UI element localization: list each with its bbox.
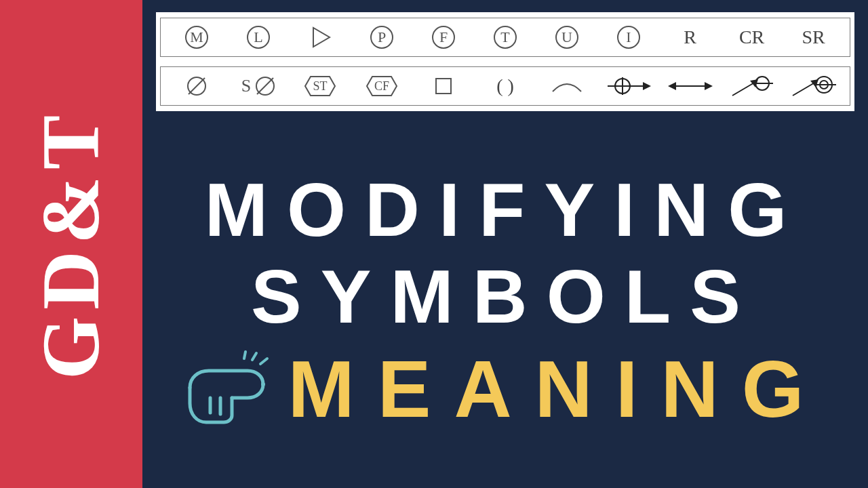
svg-text:CF: CF (374, 79, 389, 93)
leader-concentric-icon (783, 73, 844, 100)
svg-line-44 (244, 352, 245, 359)
main-panel: MLPFTUIRCRSR SSTCF( ) MODIFYING SYMBOLS (142, 0, 868, 488)
symbol-row-1: MLPFTUIRCRSR (160, 18, 850, 57)
svg-marker-28 (643, 82, 651, 90)
meaning-row: MEANING (183, 349, 827, 429)
svg-line-42 (252, 353, 256, 360)
svg-text:F: F (439, 28, 448, 45)
headline-line-1: MODIFYING (205, 170, 806, 250)
svg-line-16 (189, 78, 205, 94)
sidebar-title: GD&T (31, 108, 112, 380)
double-arrow-icon (659, 73, 721, 100)
svg-point-41 (261, 382, 265, 386)
svg-marker-30 (668, 82, 676, 90)
circle-arrow-right-icon (597, 73, 659, 100)
letters-cr-icon: CR (721, 26, 783, 48)
svg-text:ST: ST (313, 79, 328, 93)
leader-circle-icon (721, 73, 783, 100)
svg-text:T: T (500, 28, 510, 45)
circled-f-icon: F (413, 24, 475, 51)
svg-text:U: U (561, 28, 572, 45)
svg-text:L: L (254, 28, 263, 45)
parentheses-icon: ( ) (475, 75, 536, 97)
hex-cf-icon: CF (351, 73, 413, 100)
svg-text:P: P (378, 28, 386, 45)
svg-line-36 (793, 82, 816, 96)
headline: MODIFYING SYMBOLS (142, 111, 868, 488)
circled-t-icon: T (475, 24, 536, 51)
svg-rect-24 (436, 79, 451, 94)
svg-text:I: I (626, 28, 631, 45)
svg-line-43 (260, 359, 267, 364)
svg-text:M: M (191, 28, 204, 45)
arc-icon (536, 73, 597, 100)
svg-line-32 (732, 82, 755, 96)
circled-i-icon: I (597, 24, 659, 51)
headline-line-2: SYMBOLS (251, 257, 760, 337)
circled-l-icon: L (228, 24, 290, 51)
square-icon (413, 73, 475, 100)
symbol-row-2: SSTCF( ) (160, 66, 850, 106)
svg-marker-4 (313, 28, 330, 47)
letter-r-icon: R (659, 26, 721, 48)
diameter-icon (166, 73, 228, 100)
circled-p-icon: P (351, 24, 413, 51)
hex-st-icon: ST (290, 73, 351, 100)
pointing-hand-icon (183, 350, 271, 428)
letters-sr-icon: SR (783, 26, 844, 48)
headline-line-3: MEANING (288, 349, 827, 429)
symbol-panel: MLPFTUIRCRSR SSTCF( ) (156, 12, 854, 111)
svg-text:S: S (241, 76, 251, 96)
circled-m-icon: M (166, 24, 228, 51)
sidebar: GD&T (0, 0, 142, 488)
svg-line-19 (257, 78, 273, 94)
triangle-right-icon (290, 24, 351, 51)
circled-u-icon: U (536, 24, 597, 51)
svg-marker-31 (705, 82, 713, 90)
spherical-diameter-icon: S (228, 73, 290, 100)
